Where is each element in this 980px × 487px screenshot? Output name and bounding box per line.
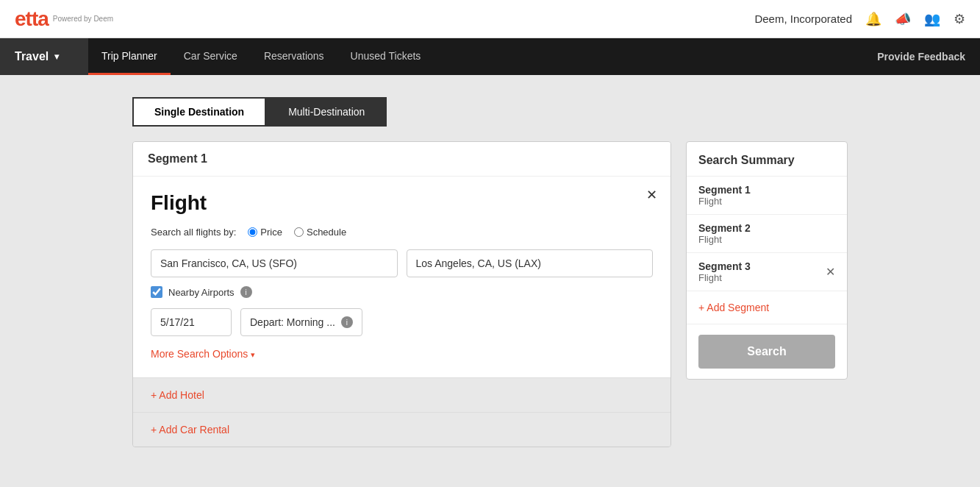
nav-travel[interactable]: Travel ▾	[0, 38, 88, 75]
depart-label: Depart: Morning ...	[250, 316, 335, 328]
summary-segment-2-type: Flight	[698, 234, 751, 245]
summary-segment-2-info: Segment 2 Flight	[698, 222, 751, 245]
date-row: Depart: Morning ... i	[151, 308, 653, 336]
depart-info-icon[interactable]: i	[341, 316, 353, 328]
summary-segment-3-close-button[interactable]: ✕	[826, 265, 835, 279]
price-radio[interactable]	[248, 227, 257, 237]
summary-segment-3-info: Segment 3 Flight	[698, 260, 751, 283]
nearby-airports-info-icon[interactable]: i	[240, 286, 252, 298]
tab-multi-destination[interactable]: Multi-Destination	[266, 97, 387, 127]
megaphone-icon[interactable]: 📣	[895, 11, 911, 27]
from-airport-input[interactable]	[151, 249, 398, 277]
depart-select[interactable]: Depart: Morning ... i	[240, 308, 362, 336]
nearby-row: Nearby Airports i	[151, 286, 653, 298]
people-icon[interactable]: 👥	[924, 11, 940, 27]
nav-feedback[interactable]: Provide Feedback	[862, 51, 980, 63]
search-summary-title: Search Summary	[687, 142, 847, 177]
logo-area: etta Powered by Deem	[15, 7, 113, 31]
nav-car-service[interactable]: Car Service	[171, 38, 251, 75]
powered-by: Powered by Deem	[53, 15, 113, 23]
more-search-options-button[interactable]: More Search Options ▾	[151, 348, 653, 360]
summary-segment-3-name: Segment 3	[698, 260, 751, 272]
schedule-radio-label[interactable]: Schedule	[294, 227, 346, 238]
add-hotel-button[interactable]: + Add Hotel	[151, 389, 204, 401]
search-button[interactable]: Search	[698, 335, 835, 369]
tab-row: Single Destination Multi-Destination	[132, 97, 848, 127]
summary-segment-1-name: Segment 1	[698, 184, 751, 196]
schedule-label: Schedule	[307, 227, 346, 238]
nearby-airports-checkbox[interactable]	[151, 286, 162, 298]
flight-section: ✕ Flight Search all flights by: Price Sc…	[133, 177, 670, 377]
left-panel: Segment 1 ✕ Flight Search all flights by…	[132, 141, 671, 447]
bell-icon[interactable]: 🔔	[865, 11, 881, 27]
summary-segment-3: Segment 3 Flight ✕	[687, 253, 847, 291]
gear-icon[interactable]: ⚙	[954, 11, 965, 27]
date-input[interactable]	[151, 308, 232, 336]
price-radio-label[interactable]: Price	[248, 227, 282, 238]
airport-row	[151, 249, 653, 277]
search-by-row: Search all flights by: Price Schedule	[151, 227, 653, 238]
summary-segment-1: Segment 1 Flight	[687, 177, 847, 215]
summary-segment-2: Segment 2 Flight	[687, 215, 847, 253]
add-segment-button[interactable]: + Add Segment	[687, 291, 847, 324]
search-by-label: Search all flights by:	[151, 227, 236, 238]
nav-bar: Travel ▾ Trip Planner Car Service Reserv…	[0, 38, 980, 75]
price-label: Price	[260, 227, 282, 238]
nav-unused-tickets[interactable]: Unused Tickets	[337, 38, 434, 75]
logo: etta	[15, 7, 49, 31]
to-airport-input[interactable]	[407, 249, 654, 277]
summary-segment-2-name: Segment 2	[698, 222, 751, 234]
nearby-airports-label: Nearby Airports	[168, 287, 235, 298]
top-bar: etta Powered by Deem Deem, Incorporated …	[0, 0, 980, 38]
nav-reservations[interactable]: Reservations	[251, 38, 337, 75]
summary-segment-1-type: Flight	[698, 196, 751, 207]
right-panel: Search Summary Segment 1 Flight Segment …	[686, 141, 848, 380]
flight-title: Flight	[151, 191, 653, 215]
travel-chevron-icon: ▾	[54, 51, 59, 62]
segment1-header: Segment 1	[133, 142, 670, 177]
add-hotel-row: + Add Hotel	[133, 377, 670, 412]
add-car-row: + Add Car Rental	[133, 412, 670, 447]
travel-label: Travel	[15, 50, 49, 63]
schedule-radio[interactable]	[294, 227, 304, 237]
top-right: Deem, Incorporated 🔔 📣 👥 ⚙	[754, 11, 965, 27]
main-content: Single Destination Multi-Destination Seg…	[0, 75, 980, 469]
company-name: Deem, Incorporated	[754, 13, 852, 25]
add-car-rental-button[interactable]: + Add Car Rental	[151, 424, 229, 436]
summary-segment-3-type: Flight	[698, 272, 751, 283]
nav-trip-planner[interactable]: Trip Planner	[88, 38, 171, 75]
content-row: Segment 1 ✕ Flight Search all flights by…	[132, 141, 848, 447]
more-options-label: More Search Options	[151, 348, 248, 360]
tab-single-destination[interactable]: Single Destination	[132, 97, 266, 127]
nav-links: Trip Planner Car Service Reservations Un…	[88, 38, 434, 75]
summary-segment-1-info: Segment 1 Flight	[698, 184, 751, 207]
close-flight-button[interactable]: ✕	[646, 187, 657, 203]
more-options-chevron-icon: ▾	[251, 350, 255, 359]
